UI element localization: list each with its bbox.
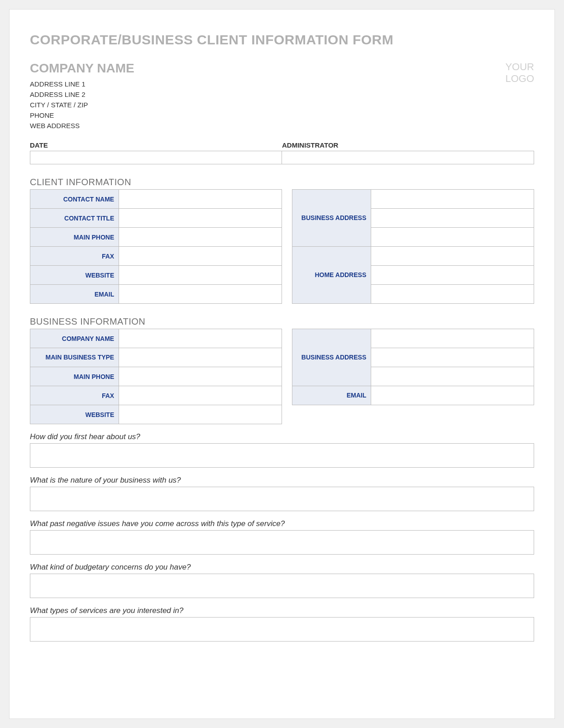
biz-address-line3-input[interactable] — [371, 367, 534, 386]
client-website-label: WEBSITE — [30, 266, 119, 285]
business-information-table: COMPANY NAME BUSINESS ADDRESS MAIN BUSIN… — [30, 329, 534, 424]
biz-website-input[interactable] — [119, 405, 282, 424]
client-main-phone-input[interactable] — [119, 228, 282, 247]
company-address2: ADDRESS LINE 2 — [30, 91, 134, 98]
question-5: What types of services are you intereste… — [30, 606, 534, 615]
company-web: WEB ADDRESS — [30, 122, 134, 129]
client-information-heading: CLIENT INFORMATION — [30, 177, 534, 187]
answer-1-input[interactable] — [30, 443, 534, 468]
document-page: CORPORATE/BUSINESS CLIENT INFORMATION FO… — [9, 9, 555, 719]
biz-main-business-type-input[interactable] — [119, 348, 282, 367]
date-input[interactable] — [30, 151, 282, 164]
home-address-label: HOME ADDRESS — [292, 247, 371, 304]
question-1: How did you first hear about us? — [30, 432, 534, 441]
home-address-line2-input[interactable] — [371, 266, 534, 285]
company-city-state-zip: CITY / STATE / ZIP — [30, 101, 134, 109]
answer-2-input[interactable] — [30, 487, 534, 511]
answer-3-input[interactable] — [30, 530, 534, 555]
home-address-line3-input[interactable] — [371, 285, 534, 304]
client-fax-label: FAX — [30, 247, 119, 266]
client-fax-input[interactable] — [119, 247, 282, 266]
business-address-line3-input[interactable] — [371, 228, 534, 247]
administrator-label: ADMINISTRATOR — [282, 141, 534, 151]
client-main-phone-label: MAIN PHONE — [30, 228, 119, 247]
logo-line2: LOGO — [505, 73, 534, 85]
biz-main-phone-input[interactable] — [119, 367, 282, 386]
biz-fax-label: FAX — [30, 386, 119, 405]
biz-business-address-label: BUSINESS ADDRESS — [292, 329, 371, 386]
business-address-label: BUSINESS ADDRESS — [292, 190, 371, 247]
answer-5-input[interactable] — [30, 617, 534, 642]
biz-main-business-type-label: MAIN BUSINESS TYPE — [30, 348, 119, 367]
administrator-input[interactable] — [282, 151, 534, 164]
business-address-line1-input[interactable] — [371, 190, 534, 209]
biz-fax-input[interactable] — [119, 386, 282, 405]
business-information-heading: BUSINESS INFORMATION — [30, 316, 534, 327]
header-row: COMPANY NAME ADDRESS LINE 1 ADDRESS LINE… — [30, 61, 534, 132]
biz-email-input[interactable] — [371, 386, 534, 405]
client-website-input[interactable] — [119, 266, 282, 285]
business-address-line2-input[interactable] — [371, 209, 534, 228]
biz-company-name-input[interactable] — [119, 329, 282, 348]
date-label: DATE — [30, 141, 282, 151]
question-2: What is the nature of your business with… — [30, 476, 534, 485]
contact-title-input[interactable] — [119, 209, 282, 228]
biz-address-line2-input[interactable] — [371, 348, 534, 367]
contact-name-label: CONTACT NAME — [30, 190, 119, 209]
question-4: What kind of budgetary concerns do you h… — [30, 563, 534, 572]
company-name: COMPANY NAME — [30, 61, 134, 76]
biz-website-label: WEBSITE — [30, 405, 119, 424]
client-email-label: EMAIL — [30, 285, 119, 304]
biz-company-name-label: COMPANY NAME — [30, 329, 119, 348]
company-phone: PHONE — [30, 111, 134, 119]
question-3: What past negative issues have you come … — [30, 519, 534, 528]
contact-name-input[interactable] — [119, 190, 282, 209]
biz-main-phone-label: MAIN PHONE — [30, 367, 119, 386]
home-address-line1-input[interactable] — [371, 247, 534, 266]
client-email-input[interactable] — [119, 285, 282, 304]
company-address1: ADDRESS LINE 1 — [30, 80, 134, 88]
contact-title-label: CONTACT TITLE — [30, 209, 119, 228]
answer-4-input[interactable] — [30, 574, 534, 598]
logo-placeholder: YOUR LOGO — [505, 61, 534, 85]
date-admin-section: DATE ADMINISTRATOR — [30, 141, 534, 164]
client-information-table: CONTACT NAME BUSINESS ADDRESS CONTACT TI… — [30, 189, 534, 304]
logo-line1: YOUR — [505, 61, 534, 73]
biz-address-line1-input[interactable] — [371, 329, 534, 348]
company-block: COMPANY NAME ADDRESS LINE 1 ADDRESS LINE… — [30, 61, 134, 132]
form-title: CORPORATE/BUSINESS CLIENT INFORMATION FO… — [30, 32, 534, 48]
biz-email-label: EMAIL — [292, 386, 371, 405]
